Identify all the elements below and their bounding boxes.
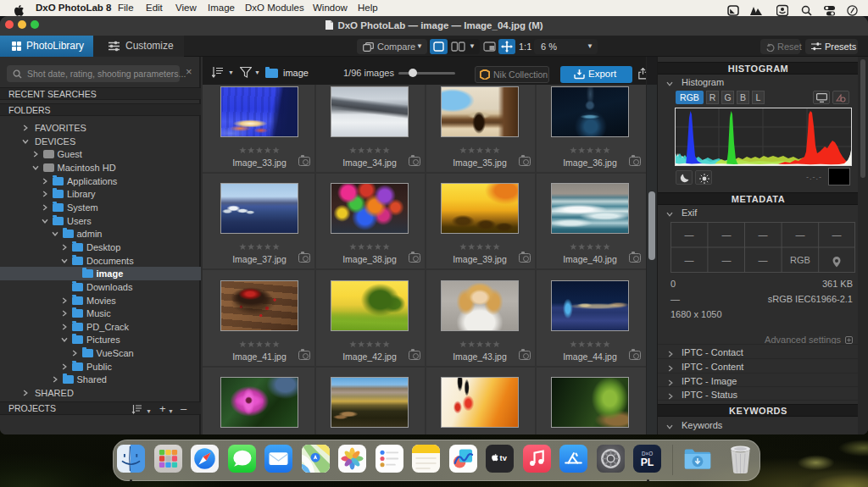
svg-text:—: — xyxy=(722,255,732,265)
svg-text:—: — xyxy=(759,230,768,240)
svg-text:tv: tv xyxy=(500,454,508,462)
svg-text:—: — xyxy=(796,230,805,240)
svg-text:—: — xyxy=(832,230,842,240)
svg-text:—: — xyxy=(722,230,732,240)
svg-text:—: — xyxy=(759,255,768,265)
svg-text:—: — xyxy=(685,230,694,240)
svg-text:PL: PL xyxy=(641,457,654,468)
svg-text:—: — xyxy=(685,255,694,265)
svg-text:RGB: RGB xyxy=(790,255,810,265)
svg-text:D×O: D×O xyxy=(642,451,653,457)
